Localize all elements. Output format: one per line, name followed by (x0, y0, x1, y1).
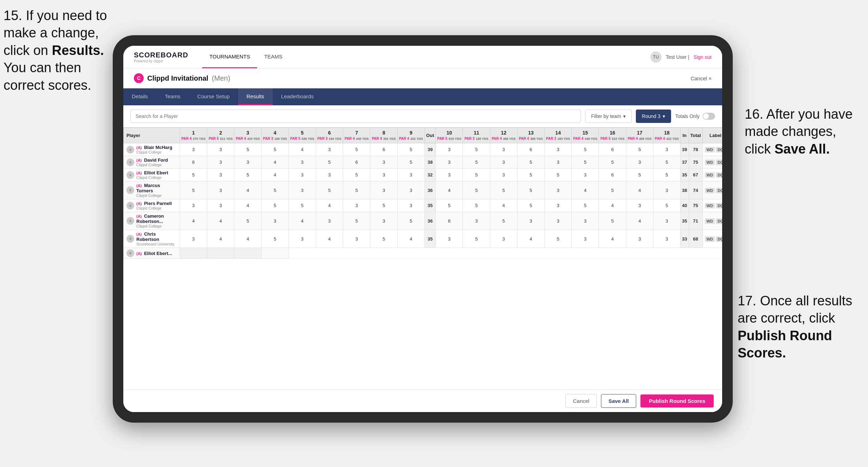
score-front-3[interactable]: 4 (234, 199, 261, 212)
score-front-4[interactable]: 4 (261, 169, 289, 181)
score-back-14[interactable]: 3 (545, 143, 572, 156)
label-dq[interactable]: DQ (716, 236, 722, 242)
score-front-7[interactable]: 3 (343, 230, 370, 248)
score-back-10[interactable]: 3 (436, 169, 463, 181)
score-back-15[interactable]: 3 (572, 169, 599, 181)
score-back-16[interactable]: 4 (599, 230, 626, 248)
score-back-16[interactable]: 5 (599, 156, 626, 169)
score-back-12[interactable]: 5 (490, 181, 517, 199)
score-front-8[interactable]: 5 (370, 199, 397, 212)
score-back-14[interactable]: 3 (545, 212, 572, 230)
score-back-15[interactable]: 3 (572, 230, 599, 248)
score-front-1[interactable]: 6 (180, 156, 207, 169)
totals-switch[interactable] (702, 113, 715, 120)
score-back-10[interactable]: 3 (436, 230, 463, 248)
label-dq[interactable]: DQ (716, 147, 722, 152)
score-back-16[interactable]: 6 (599, 143, 626, 156)
save-all-btn[interactable]: Save All (601, 394, 636, 408)
score-front-5[interactable]: 3 (289, 181, 316, 199)
score-front-9[interactable]: 5 (397, 156, 424, 169)
score-front-6[interactable]: 4 (316, 199, 343, 212)
score-front-1[interactable]: 3 (180, 199, 207, 212)
score-back-14[interactable]: 3 (545, 181, 572, 199)
score-back-10[interactable]: 6 (436, 212, 463, 230)
label-dq[interactable]: DQ (716, 172, 722, 178)
score-front-9[interactable]: 5 (397, 143, 424, 156)
score-back-16[interactable]: 6 (599, 169, 626, 181)
score-back-11[interactable]: 5 (463, 143, 490, 156)
score-back-17[interactable]: 5 (626, 143, 653, 156)
score-back-17[interactable]: 3 (626, 156, 653, 169)
label-dq[interactable]: DQ (716, 160, 722, 165)
label-wd[interactable]: WD (705, 188, 715, 193)
sign-out-link[interactable]: Sign out (694, 54, 712, 60)
score-front-6[interactable]: 3 (316, 169, 343, 181)
label-wd[interactable]: WD (705, 203, 715, 208)
score-back-13[interactable]: 4 (517, 230, 544, 248)
score-back-16[interactable]: 4 (599, 199, 626, 212)
round-select-btn[interactable]: Round 3 ▾ (636, 110, 671, 123)
score-front-8[interactable]: 5 (370, 230, 397, 248)
score-front-3[interactable]: 3 (234, 156, 261, 169)
score-front-2[interactable]: 3 (207, 181, 234, 199)
score-front-7[interactable]: 5 (343, 181, 370, 199)
score-front-8[interactable]: 3 (370, 156, 397, 169)
score-front-9[interactable]: 5 (397, 212, 424, 230)
score-front-7[interactable]: 5 (343, 212, 370, 230)
tab-course-setup[interactable]: Course Setup (189, 88, 238, 105)
score-back-10[interactable]: 4 (436, 181, 463, 199)
score-back-12[interactable]: 3 (490, 169, 517, 181)
score-back-16[interactable]: 5 (599, 212, 626, 230)
score-back-13[interactable]: 5 (517, 169, 544, 181)
score-front-3[interactable]: 4 (234, 230, 261, 248)
score-front-1[interactable]: 3 (180, 143, 207, 156)
cancel-action-btn[interactable]: Cancel (565, 394, 597, 408)
score-back-10[interactable]: 3 (436, 143, 463, 156)
score-back-13[interactable]: 3 (517, 212, 544, 230)
score-back-18[interactable]: 5 (653, 156, 680, 169)
score-front-9[interactable]: 3 (397, 181, 424, 199)
score-front-1[interactable]: 4 (180, 212, 207, 230)
score-front-3[interactable]: 5 (234, 212, 261, 230)
score-front-9[interactable]: 3 (397, 169, 424, 181)
score-back-11[interactable]: 5 (463, 169, 490, 181)
score-back-17[interactable]: 3 (626, 230, 653, 248)
score-front-2[interactable]: 4 (207, 212, 234, 230)
score-back-17[interactable]: 4 (626, 212, 653, 230)
score-front-2[interactable]: 3 (207, 156, 234, 169)
score-back-17[interactable]: 3 (626, 199, 653, 212)
score-back-11[interactable]: 5 (463, 199, 490, 212)
score-front-3[interactable]: 4 (234, 181, 261, 199)
score-front-7[interactable]: 5 (343, 143, 370, 156)
score-back-13[interactable]: 5 (517, 181, 544, 199)
label-wd[interactable]: WD (705, 218, 715, 224)
score-back-18[interactable]: 3 (653, 212, 680, 230)
score-front-4[interactable]: 5 (261, 181, 289, 199)
tab-teams[interactable]: Teams (156, 88, 189, 105)
score-back-10[interactable]: 5 (436, 199, 463, 212)
score-back-14[interactable]: 3 (545, 199, 572, 212)
score-back-18[interactable]: 3 (653, 143, 680, 156)
score-back-13[interactable]: 5 (517, 199, 544, 212)
score-front-2[interactable]: 3 (207, 169, 234, 181)
tab-details[interactable]: Details (123, 88, 156, 105)
score-back-17[interactable]: 5 (626, 169, 653, 181)
score-back-18[interactable]: 5 (653, 169, 680, 181)
score-front-6[interactable]: 3 (316, 143, 343, 156)
score-front-7[interactable]: 3 (343, 199, 370, 212)
filter-by-team-btn[interactable]: Filter by team ▾ (585, 110, 632, 123)
score-back-15[interactable]: 5 (572, 199, 599, 212)
search-input[interactable] (130, 110, 581, 123)
score-front-4[interactable]: 3 (261, 212, 289, 230)
score-front-3[interactable]: 5 (234, 169, 261, 181)
score-back-18[interactable]: 5 (653, 199, 680, 212)
score-back-10[interactable]: 3 (436, 156, 463, 169)
score-back-14[interactable]: 5 (545, 230, 572, 248)
score-front-2[interactable]: 3 (207, 143, 234, 156)
score-back-14[interactable]: 3 (545, 156, 572, 169)
score-back-14[interactable]: 5 (545, 169, 572, 181)
score-front-5[interactable]: 5 (289, 199, 316, 212)
label-wd[interactable]: WD (705, 147, 715, 152)
tab-results[interactable]: Results (238, 88, 273, 105)
label-dq[interactable]: DQ (716, 203, 722, 208)
